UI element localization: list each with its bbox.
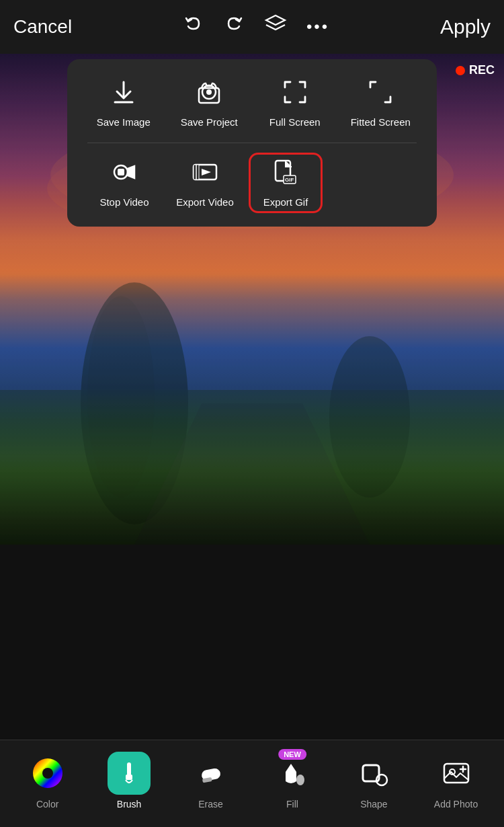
full-screen-label: Full Screen	[269, 116, 321, 128]
rec-label: REC	[469, 63, 495, 77]
shape-tool[interactable]: Shape	[352, 752, 395, 810]
save-image-button[interactable]: Save Image	[87, 73, 161, 133]
fill-tool[interactable]: NEW Fill	[271, 752, 314, 810]
svg-rect-28	[126, 775, 132, 780]
save-project-label: Save Project	[181, 116, 238, 128]
full-screen-icon	[281, 78, 309, 110]
fitted-screen-label: Fitted Screen	[351, 116, 411, 128]
svg-point-31	[296, 775, 304, 785]
shape-icon	[359, 758, 388, 788]
svg-point-7	[87, 296, 155, 498]
dropdown-menu: Save Image Save Project	[67, 59, 437, 227]
undo-icon[interactable]	[183, 14, 204, 40]
export-video-icon	[191, 158, 219, 190]
erase-label: Erase	[198, 799, 223, 810]
full-screen-button[interactable]: Full Screen	[258, 73, 332, 133]
fitted-screen-button[interactable]: Fitted Screen	[343, 73, 417, 133]
shape-icon-wrap	[352, 752, 395, 795]
new-badge: NEW	[278, 749, 306, 760]
export-gif-button[interactable]: GIF Export Gif	[249, 153, 323, 213]
cancel-button[interactable]: Cancel	[13, 16, 72, 38]
menu-divider	[87, 143, 417, 143]
stop-video-button[interactable]: Stop Video	[87, 153, 161, 213]
svg-point-26	[42, 768, 53, 779]
export-video-label: Export Video	[176, 196, 234, 208]
shape-label: Shape	[360, 799, 387, 810]
header-icons: •••	[183, 13, 329, 42]
erase-icon-wrap	[190, 752, 233, 795]
add-photo-tool[interactable]: Add Photo	[434, 752, 478, 810]
svg-rect-16	[118, 169, 124, 175]
erase-icon	[196, 758, 226, 788]
svg-marker-0	[266, 15, 285, 25]
export-gif-icon: GIF	[271, 158, 300, 190]
save-image-label: Save Image	[97, 116, 151, 128]
brush-label: Brush	[117, 799, 142, 810]
canvas-background: REC Save Image	[0, 54, 504, 545]
export-gif-label: Export Gif	[263, 196, 308, 208]
save-project-icon	[195, 78, 223, 110]
color-tool[interactable]: Color	[26, 752, 69, 810]
stop-video-label: Stop Video	[99, 196, 149, 208]
add-photo-icon	[442, 758, 471, 788]
brush-icon	[116, 760, 142, 787]
bottom-toolbar: Color Brush Erase NEW	[0, 740, 504, 827]
svg-text:GIF: GIF	[285, 177, 294, 183]
save-image-icon	[110, 78, 138, 110]
erase-tool[interactable]: Erase	[190, 752, 233, 810]
redo-icon[interactable]	[223, 14, 245, 40]
fill-icon	[278, 758, 307, 788]
more-icon[interactable]: •••	[306, 17, 329, 36]
export-video-button[interactable]: Export Video	[168, 153, 242, 213]
svg-point-13	[206, 89, 212, 95]
add-photo-label: Add Photo	[434, 799, 478, 810]
color-wheel-icon	[30, 755, 66, 791]
svg-marker-18	[202, 169, 211, 175]
brush-tool[interactable]: Brush	[108, 752, 151, 810]
fill-label: Fill	[286, 799, 298, 810]
brush-icon-wrap	[108, 752, 151, 795]
canvas-area: REC Save Image	[0, 54, 504, 545]
stop-video-icon	[110, 158, 138, 190]
add-photo-icon-wrap	[435, 752, 478, 795]
svg-rect-34	[444, 764, 468, 783]
svg-point-8	[329, 336, 410, 498]
apply-button[interactable]: Apply	[440, 15, 491, 38]
fitted-screen-icon	[366, 78, 394, 110]
menu-row-1: Save Image Save Project	[74, 73, 430, 133]
svg-rect-27	[127, 762, 131, 776]
layers-icon[interactable]	[263, 13, 288, 42]
color-icon-wrap	[26, 752, 69, 795]
header: Cancel ••• Apply	[0, 0, 504, 54]
menu-row-2: Stop Video Export Video	[74, 153, 430, 213]
color-label: Color	[36, 799, 58, 810]
save-project-button[interactable]: Save Project	[172, 73, 246, 133]
rec-badge: REC	[456, 63, 495, 77]
rec-dot	[456, 66, 465, 75]
